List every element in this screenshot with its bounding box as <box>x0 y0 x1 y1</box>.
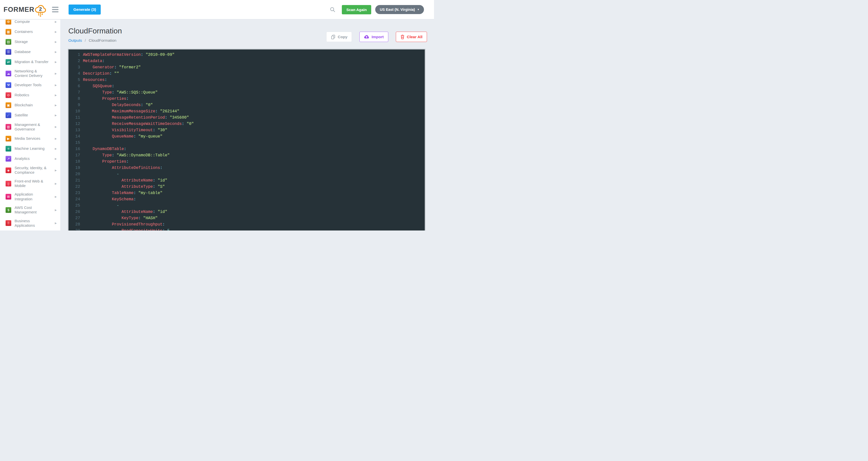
sidebar-item-database[interactable]: ☰Database▶ <box>0 47 60 57</box>
code-line-text: Metadata: <box>83 58 104 64</box>
code-line: 26 AttributeName: "id" <box>68 209 425 215</box>
sidebar-item-storage[interactable]: ▤Storage▶ <box>0 37 60 47</box>
sidebar-item-label: Developer Tools <box>14 83 53 87</box>
chevron-right-icon: ▶ <box>53 114 57 117</box>
sidebar-item-media-services[interactable]: ▶Media Services▶ <box>0 134 60 144</box>
code-line: 16 DynamoDBTable: <box>68 146 425 152</box>
code-line-text: KeySchema: <box>83 196 136 203</box>
sidebar-item-front-end-web-mobile[interactable]: ▯Front-end Web & Mobile▶ <box>0 177 60 190</box>
line-number: 22 <box>68 184 80 190</box>
code-line: 8 Properties: <box>68 96 425 102</box>
sidebar-item-label: Media Services <box>14 136 53 141</box>
line-number: 5 <box>68 77 80 83</box>
chevron-right-icon: ▶ <box>53 61 57 63</box>
sidebar-item-blockchain[interactable]: ▣Blockchain▶ <box>0 100 60 110</box>
sidebar-item-developer-tools[interactable]: ⚒Developer Tools▶ <box>0 80 60 90</box>
code-line-text: DynamoDBTable: <box>83 146 126 152</box>
business-applications-icon: ♖ <box>5 220 11 226</box>
sidebar-item-containers[interactable]: ▦Containers▶ <box>0 27 60 37</box>
containers-icon: ▦ <box>5 29 11 35</box>
search-icon[interactable] <box>329 5 337 14</box>
former2-logo[interactable]: FORMER 2 <box>3 2 47 17</box>
sidebar-item-application-integration[interactable]: ⊞Application Integration▶ <box>0 190 60 203</box>
sidebar-item-security-identity-compliance[interactable]: ◈Security, Identity, & Compliance▶ <box>0 164 60 177</box>
import-button[interactable]: Import <box>360 32 388 42</box>
line-number: 29 <box>68 228 80 231</box>
sidebar-item-label: Management & Governance <box>14 122 53 132</box>
sidebar-item-compute[interactable]: ⚙Compute▶ <box>0 20 60 27</box>
sidebar-item-label: Migration & Transfer <box>14 60 53 64</box>
region-label: US East (N. Virginia) <box>380 7 415 11</box>
code-line-text: Type: "AWS::SQS::Queue" <box>83 89 158 96</box>
services-sidebar: ⚙Compute▶▦Containers▶▤Storage▶☰Database▶… <box>0 20 60 231</box>
code-line: 21 AttributeName: "id" <box>68 177 425 184</box>
analytics-icon: ↗ <box>5 156 11 162</box>
sidebar-item-analytics[interactable]: ↗Analytics▶ <box>0 153 60 164</box>
line-number: 25 <box>68 203 80 209</box>
generate-button[interactable]: Generate (3) <box>68 4 101 15</box>
clear-all-button[interactable]: Clear All <box>396 32 427 42</box>
scan-again-button[interactable]: Scan Again <box>342 5 371 14</box>
satellite-icon: ☄ <box>5 112 11 118</box>
code-line: 2Metadata: <box>68 58 425 64</box>
code-line-text: Type: "AWS::DynamoDB::Table" <box>83 152 170 159</box>
code-line-text: Properties: <box>83 159 129 165</box>
media-services-icon: ▶ <box>5 136 11 142</box>
code-line: 27 KeyType: "HASH" <box>68 215 425 222</box>
chevron-right-icon: ▶ <box>53 40 57 43</box>
front-end-web-mobile-icon: ▯ <box>5 181 11 186</box>
sidebar-list: ⚙Compute▶▦Containers▶▤Storage▶☰Database▶… <box>0 20 60 231</box>
sidebar-item-label: Application Integration <box>14 192 53 201</box>
sidebar-item-end-user-computing[interactable]: ⌨End User Computing▶ <box>0 230 60 231</box>
chevron-down-icon: ▼ <box>417 8 420 11</box>
copy-button[interactable]: Copy <box>326 32 352 42</box>
code-line: 24 KeySchema: <box>68 196 425 203</box>
blockchain-icon: ▣ <box>5 102 11 108</box>
code-line: 6 SQSQueue: <box>68 83 425 89</box>
code-line: 17 Type: "AWS::DynamoDB::Table" <box>68 152 425 159</box>
breadcrumb-current: CloudFormation <box>89 38 116 42</box>
line-number: 26 <box>68 209 80 215</box>
sidebar-item-machine-learning[interactable]: ⚛Machine Learning▶ <box>0 144 60 153</box>
database-icon: ☰ <box>5 49 11 55</box>
sidebar-item-label: Robotics <box>14 93 53 97</box>
output-actions: Copy Import Clear All <box>326 32 427 42</box>
main-content: CloudFormation Outputs / CloudFormation … <box>60 20 434 231</box>
chevron-right-icon: ▶ <box>53 157 57 160</box>
code-line-text: ReadCapacityUnits: 5 <box>83 228 170 231</box>
sidebar-item-label: Front-end Web & Mobile <box>14 179 53 188</box>
line-number: 6 <box>68 83 80 89</box>
aws-cost-management-icon: $ <box>5 207 11 213</box>
code-line-text: Generator: "former2" <box>83 64 141 70</box>
sidebar-item-robotics[interactable]: ⊙Robotics▶ <box>0 90 60 100</box>
code-line: 4Description: "" <box>68 70 425 77</box>
line-number: 17 <box>68 152 80 159</box>
cloudformation-yaml-editor[interactable]: 1AWSTemplateFormatVersion: "2010-09-09"2… <box>68 49 426 231</box>
sidebar-item-satellite[interactable]: ☄Satellite▶ <box>0 110 60 120</box>
trash-icon <box>400 34 405 39</box>
sidebar-item-aws-cost-management[interactable]: $AWS Cost Management▶ <box>0 203 60 217</box>
sidebar-item-management-governance[interactable]: ▥Management & Governance▶ <box>0 120 60 134</box>
chevron-right-icon: ▶ <box>53 222 57 225</box>
sidebar-item-business-applications[interactable]: ♖Business Applications▶ <box>0 217 60 230</box>
sidebar-item-migration-transfer[interactable]: ⇄Migration & Transfer▶ <box>0 57 60 67</box>
management-governance-icon: ▥ <box>5 124 11 130</box>
code-line-text: AWSTemplateFormatVersion: "2010-09-09" <box>83 52 175 58</box>
code-line: 15 <box>68 140 425 146</box>
line-number: 28 <box>68 222 80 228</box>
code-line-text: Properties: <box>83 96 129 102</box>
menu-toggle-hamburger-icon[interactable] <box>51 5 60 14</box>
breadcrumb-outputs-link[interactable]: Outputs <box>68 38 82 42</box>
networking-content-delivery-icon: ☁ <box>5 70 11 77</box>
code-line-text: - <box>83 203 119 209</box>
region-selector-dropdown[interactable]: US East (N. Virginia) ▼ <box>375 5 424 14</box>
sidebar-item-label: Blockchain <box>14 103 53 107</box>
code-line-text: KeyType: "HASH" <box>83 215 158 222</box>
code-line: 18 Properties: <box>68 159 425 165</box>
sidebar-item-networking-content-delivery[interactable]: ☁Networking & Content Delivery▶ <box>0 67 60 80</box>
sidebar-item-label: Machine Learning <box>14 146 53 151</box>
line-number: 16 <box>68 146 80 152</box>
clear-all-button-label: Clear All <box>407 35 423 39</box>
code-line: 19 AttributeDefinitions: <box>68 165 425 171</box>
chevron-right-icon: ▶ <box>53 195 57 198</box>
